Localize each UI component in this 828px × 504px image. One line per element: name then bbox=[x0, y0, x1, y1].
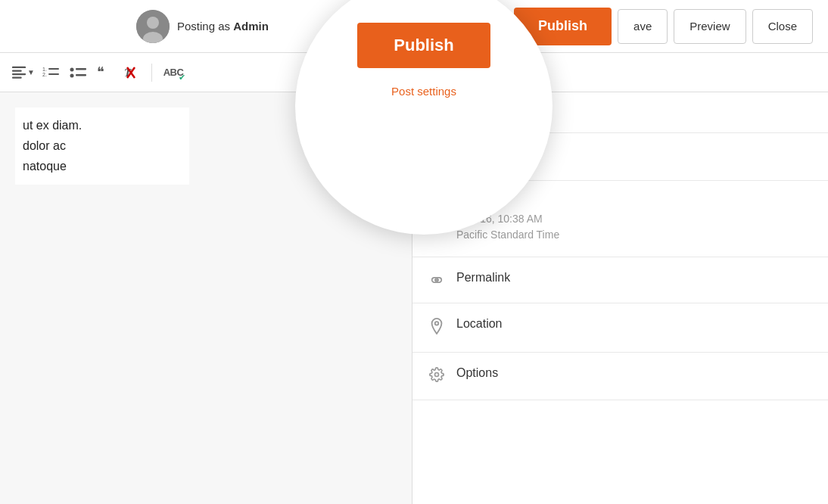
location-label: Location bbox=[456, 317, 503, 331]
spotlight-post-settings: Post settings bbox=[391, 85, 456, 98]
preview-button[interactable]: Preview bbox=[674, 9, 746, 44]
ordered-list-icon[interactable]: 1. 2. bbox=[39, 61, 62, 84]
spellcheck-icon[interactable]: ABC ✔ bbox=[160, 61, 187, 84]
posting-as-area: Posting as Admin bbox=[136, 10, 269, 43]
toolbar-divider bbox=[151, 64, 152, 82]
svg-rect-10 bbox=[48, 73, 59, 75]
editor-text-box[interactable]: ut ex diam. dolor ac natoque bbox=[15, 107, 189, 185]
clear-format-icon[interactable]: T bbox=[121, 61, 144, 84]
user-name: Admin bbox=[233, 20, 269, 33]
options-label: Options bbox=[456, 366, 498, 380]
svg-point-21 bbox=[435, 322, 439, 325]
align-left-icon[interactable]: ▼ bbox=[12, 61, 35, 84]
svg-rect-14 bbox=[76, 74, 86, 76]
svg-rect-4 bbox=[12, 70, 22, 71]
location-content: Location bbox=[456, 317, 503, 331]
svg-point-22 bbox=[435, 373, 439, 377]
header-buttons: Publish ave Preview Close bbox=[514, 8, 813, 45]
location-pin-icon bbox=[428, 318, 446, 338]
svg-point-1 bbox=[147, 17, 159, 29]
save-button[interactable]: ave bbox=[618, 9, 668, 44]
svg-rect-8 bbox=[48, 68, 59, 70]
posting-as-label: Posting as bbox=[177, 20, 233, 33]
posting-as-text: Posting as Admin bbox=[177, 20, 269, 33]
permalink-content: Permalink bbox=[456, 271, 510, 285]
editor-line-2: dolor ac bbox=[23, 135, 182, 156]
editor-line-3: natoque bbox=[23, 156, 182, 176]
permalink-label: Permalink bbox=[456, 271, 510, 285]
sidebar-item-permalink[interactable]: Permalink bbox=[412, 257, 828, 303]
svg-text:❝: ❝ bbox=[97, 66, 104, 79]
editor-line-1: ut ex diam. bbox=[23, 115, 182, 135]
svg-rect-12 bbox=[76, 68, 86, 70]
svg-rect-3 bbox=[12, 66, 26, 67]
svg-text:1.: 1. bbox=[42, 67, 47, 72]
options-content: Options bbox=[456, 366, 498, 380]
svg-point-11 bbox=[70, 67, 74, 71]
sidebar-item-location[interactable]: Location bbox=[412, 303, 828, 353]
spotlight-publish-button[interactable]: Publish bbox=[357, 23, 490, 68]
link-icon bbox=[428, 272, 446, 289]
svg-text:2.: 2. bbox=[42, 72, 47, 77]
gear-icon bbox=[428, 367, 446, 386]
avatar bbox=[136, 10, 170, 43]
sidebar-item-options[interactable]: Options bbox=[412, 353, 828, 400]
unordered-list-icon[interactable] bbox=[67, 61, 89, 84]
svg-rect-6 bbox=[12, 76, 22, 78]
svg-rect-5 bbox=[12, 73, 26, 74]
blockquote-icon[interactable]: ❝ bbox=[94, 61, 117, 84]
spotlight-inner: Publish Post settings bbox=[295, 0, 553, 98]
close-button[interactable]: Close bbox=[752, 9, 813, 44]
svg-point-13 bbox=[70, 73, 74, 77]
